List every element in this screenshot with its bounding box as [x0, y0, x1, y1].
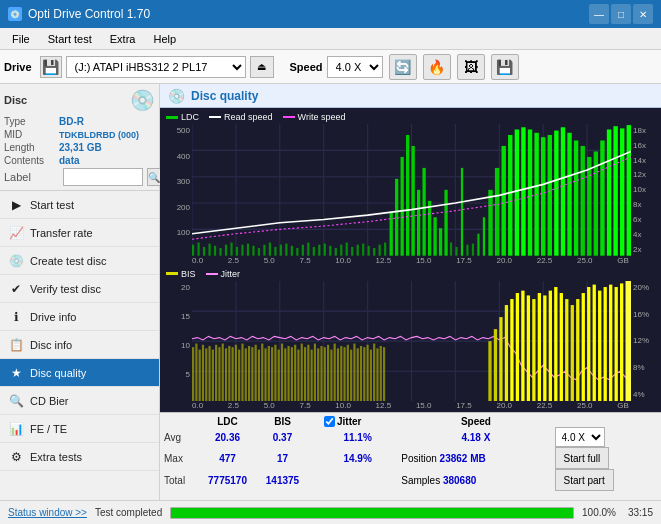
app-icon: 💿 [8, 7, 22, 21]
svg-rect-137 [297, 349, 299, 401]
status-window-button[interactable]: Status window >> [8, 507, 87, 518]
svg-rect-142 [314, 343, 316, 401]
svg-rect-147 [330, 349, 332, 401]
svg-rect-113 [218, 347, 220, 401]
sidebar-item-cd-bier[interactable]: 🔍 CD Bier [0, 387, 159, 415]
svg-rect-90 [620, 128, 624, 255]
start-full-button[interactable]: Start full [555, 447, 610, 469]
svg-rect-124 [255, 344, 257, 401]
svg-rect-105 [192, 347, 194, 401]
image-button[interactable]: 🖼 [457, 54, 485, 80]
disc-type-row: Type BD-R [4, 116, 155, 127]
svg-rect-177 [560, 293, 563, 401]
max-bis: 17 [255, 447, 310, 469]
svg-rect-118 [235, 344, 237, 401]
minimize-button[interactable]: — [589, 4, 609, 24]
svg-rect-135 [291, 347, 293, 401]
speed-select[interactable]: 4.0 X 8.0 X 1.0 X [327, 56, 383, 78]
bottom-chart: BIS Jitter 20 15 10 5 [162, 267, 659, 410]
svg-rect-82 [567, 133, 571, 256]
svg-rect-21 [219, 248, 221, 256]
top-chart-svg-container [192, 124, 631, 256]
fe-te-icon: 📊 [8, 421, 24, 437]
svg-rect-139 [304, 347, 306, 401]
label-input[interactable] [63, 168, 143, 186]
svg-rect-163 [383, 347, 385, 401]
sidebar-item-disc-quality[interactable]: ★ Disc quality [0, 359, 159, 387]
svg-rect-154 [353, 343, 355, 401]
sidebar-item-start-test[interactable]: ▶ Start test [0, 191, 159, 219]
svg-rect-174 [543, 295, 546, 401]
menu-file[interactable]: File [4, 31, 38, 47]
stats-avg-row: Avg 20.36 0.37 11.1% 4.18 X 4.0 X [164, 427, 657, 447]
sidebar-item-fe-te[interactable]: 📊 FE / TE [0, 415, 159, 443]
bottom-x-axis: 0.0 2.5 5.0 7.5 10.0 12.5 15.0 17.5 20.0… [162, 401, 659, 410]
svg-rect-65 [461, 168, 463, 256]
svg-rect-36 [302, 245, 304, 256]
svg-rect-128 [268, 346, 270, 401]
svg-rect-155 [357, 348, 359, 401]
bottom-chart-svg-container [192, 281, 631, 401]
svg-rect-44 [346, 243, 348, 256]
svg-rect-131 [278, 349, 280, 401]
maximize-button[interactable]: □ [611, 4, 631, 24]
sidebar-item-transfer-rate[interactable]: 📈 Transfer rate [0, 219, 159, 247]
sidebar-item-create-test-disc[interactable]: 💿 Create test disc [0, 247, 159, 275]
svg-rect-20 [214, 246, 216, 256]
svg-rect-49 [373, 248, 375, 256]
status-bar: Status window >> Test completed 100.0% 3… [0, 500, 661, 524]
svg-rect-32 [280, 245, 282, 256]
label-button[interactable]: 🔍 [147, 168, 161, 186]
menu-start-test[interactable]: Start test [40, 31, 100, 47]
stats-main-row: LDC BIS Jitter Speed Avg 20.36 0.37 [164, 416, 657, 491]
svg-rect-127 [264, 348, 266, 401]
sidebar-item-disc-info[interactable]: 📋 Disc info [0, 331, 159, 359]
menu-help[interactable]: Help [145, 31, 184, 47]
jitter-legend-color [206, 273, 218, 275]
speed-select-stats[interactable]: 4.0 X [555, 427, 605, 447]
chart-title: Disc quality [191, 89, 258, 103]
sidebar-item-verify-test-disc[interactable]: ✔ Verify test disc [0, 275, 159, 303]
drive-icon[interactable]: 💾 [40, 56, 62, 78]
svg-rect-156 [360, 346, 362, 401]
svg-rect-149 [337, 348, 339, 401]
close-button[interactable]: ✕ [633, 4, 653, 24]
toolbar: Drive 💾 (J:) ATAPI iHBS312 2 PL17 ⏏ Spee… [0, 50, 661, 84]
total-bis: 141375 [255, 469, 310, 491]
svg-rect-119 [238, 349, 240, 401]
svg-rect-30 [269, 243, 271, 256]
svg-rect-143 [317, 348, 319, 401]
disc-quality-icon: ★ [8, 365, 24, 381]
burn-button[interactable]: 🔥 [423, 54, 451, 80]
top-chart-svg [192, 124, 631, 256]
sidebar-item-label-create-test-disc: Create test disc [30, 255, 106, 267]
jitter-checkbox[interactable] [324, 416, 335, 427]
contents-value: data [59, 155, 80, 166]
bottom-chart-area: 20 15 10 5 [162, 281, 659, 401]
svg-rect-145 [324, 347, 326, 401]
stats-table: LDC BIS Jitter Speed Avg 20.36 0.37 [164, 416, 657, 491]
sidebar-item-drive-info[interactable]: ℹ Drive info [0, 303, 159, 331]
svg-rect-121 [245, 348, 247, 401]
svg-rect-169 [516, 293, 519, 401]
svg-rect-61 [439, 228, 442, 255]
save-button[interactable]: 💾 [491, 54, 519, 80]
svg-rect-67 [472, 244, 474, 256]
start-part-button[interactable]: Start part [555, 469, 614, 491]
menu-extra[interactable]: Extra [102, 31, 144, 47]
svg-rect-55 [406, 135, 409, 256]
svg-rect-180 [576, 299, 579, 401]
disc-length-row: Length 23,31 GB [4, 142, 155, 153]
top-chart-area: 500 400 300 200 100 [162, 124, 659, 256]
refresh-button[interactable]: 🔄 [389, 54, 417, 80]
svg-rect-172 [532, 299, 535, 401]
svg-rect-87 [600, 140, 604, 255]
svg-rect-72 [501, 146, 505, 256]
chart-title-icon: 💿 [168, 88, 185, 104]
eject-button[interactable]: ⏏ [250, 56, 274, 78]
svg-rect-84 [581, 146, 585, 256]
drive-select[interactable]: (J:) ATAPI iHBS312 2 PL17 [66, 56, 246, 78]
svg-rect-189 [626, 281, 631, 401]
sidebar-item-extra-tests[interactable]: ⚙ Extra tests [0, 443, 159, 471]
type-value: BD-R [59, 116, 84, 127]
